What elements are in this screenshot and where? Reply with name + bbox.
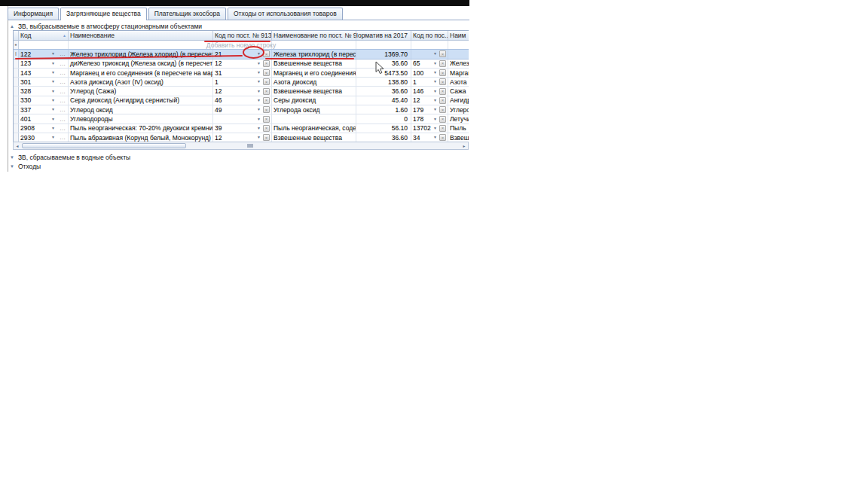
horizontal-scrollbar[interactable]: ◄ ► [13,142,469,150]
cell-name-r7[interactable]: Углеводороды [69,114,213,123]
ellipsis-button[interactable]: … [60,97,66,104]
dropdown-icon[interactable]: ▼ [432,52,438,56]
dropdown-icon[interactable]: ▼ [432,136,438,139]
dropdown-icon[interactable]: ▼ [256,71,261,75]
cell-name-r2[interactable]: Марганец и его соединения (в пересчете н… [69,69,213,77]
ellipsis-button[interactable]: … [60,125,66,132]
dropdown-icon[interactable]: ▼ [50,136,56,139]
clear-button[interactable]: × [439,125,446,132]
clear-button[interactable]: × [263,125,270,132]
cell-norm2017-r4[interactable]: 36.60 [356,87,411,95]
cell-name913-r6[interactable]: Углерода оксид [272,105,356,114]
column-header-norm2017[interactable]: Норматив на 2017 [356,31,411,40]
clear-button[interactable]: × [439,134,446,141]
cell-code913-r8[interactable]: 39▼× [213,124,272,133]
clear-button[interactable]: × [263,60,270,67]
cell-name913-r0[interactable]: Железа трихлорид (в пересч... [272,50,356,58]
cell-name913-r5[interactable]: Серы диоксид [272,96,356,105]
ellipsis-button[interactable]: … [60,116,66,123]
table-row-143[interactable]: 143▼…Марганец и его соединения (в пересч… [14,69,469,78]
ellipsis-button[interactable]: … [60,134,66,141]
scroll-left-icon[interactable]: ◄ [14,142,21,149]
cell-code2-r8[interactable]: 13702▼× [411,124,448,133]
cell-name2-r2[interactable]: Марган [448,69,469,77]
cell-code913-r6[interactable]: 49▼× [213,105,272,114]
cell-norm2017-r5[interactable]: 45.40 [356,96,411,105]
cell-norm2017-r8[interactable]: 56.10 [356,124,411,133]
cell-code2-r4[interactable]: 146▼× [411,87,448,95]
cell-name-new[interactable] [69,41,213,49]
expand-icon[interactable]: ▼ [10,164,14,169]
cell-name2-r0[interactable] [448,50,469,58]
scroll-right-icon[interactable]: ► [460,142,468,149]
tab-1[interactable]: Информация [8,8,59,20]
cell-code2-r3[interactable]: 1▼× [411,78,448,86]
cell-code2-r1[interactable]: 65▼× [411,59,448,68]
cell-code-r8[interactable]: 2908▼… [19,124,69,133]
table-row-2908[interactable]: 2908▼…Пыль неорганическая: 70-20% двуоки… [14,124,469,133]
cell-name913-new[interactable] [272,41,356,49]
clear-button[interactable]: × [263,106,270,113]
cell-code-r4[interactable]: 328▼… [19,87,69,95]
ellipsis-button[interactable]: … [60,106,66,113]
cell-norm2017-r6[interactable]: 1.60 [356,105,411,114]
dropdown-icon[interactable]: ▼ [432,108,438,111]
cell-code2-r9[interactable]: 34▼× [411,133,448,142]
cell-code-r3[interactable]: 301▼… [19,78,69,86]
tab-2[interactable]: Загрязняющие вещества [60,8,147,20]
dropdown-icon[interactable]: ▼ [50,90,56,93]
cell-name-r6[interactable]: Углерод оксид [69,105,213,114]
cell-code-r7[interactable]: 401▼… [19,114,69,123]
dropdown-icon[interactable]: ▼ [50,71,56,75]
dropdown-icon[interactable]: ▼ [50,117,56,121]
dropdown-icon[interactable]: ▼ [432,99,438,102]
cell-name2-r1[interactable]: Железо [448,59,469,68]
clear-button[interactable]: × [439,69,446,76]
cell-code-r9[interactable]: 2930▼… [19,133,69,142]
column-header-code2[interactable]: Код по пос... [411,31,448,40]
section-air-pollutants[interactable]: ▲ ЗВ, выбрасываемые в атмосферу стациона… [10,23,202,30]
column-header-name2[interactable]: Наим [448,31,469,40]
cell-name913-r3[interactable]: Азота диоксид [272,78,356,86]
column-header-code913[interactable]: Код по пост. № 913 [213,31,272,40]
cell-name913-r7[interactable] [272,114,356,123]
cell-code913-r1[interactable]: 12▼× [213,59,272,68]
cell-code913-r7[interactable]: ▼× [213,114,272,123]
expand-icon[interactable]: ▼ [10,155,14,160]
clear-button[interactable]: × [439,60,446,67]
sort-ascending-icon[interactable]: ▲ [63,34,66,38]
cell-code2-new[interactable] [411,41,448,49]
cell-code913-r4[interactable]: 12▼× [213,87,272,95]
cell-code2-r2[interactable]: 100▼× [411,69,448,77]
cell-name2-r8[interactable]: Пыль [448,124,469,133]
ellipsis-button[interactable]: … [60,69,66,76]
cell-name2-r9[interactable]: Взвеше [448,133,469,142]
cell-name-r4[interactable]: Углерод (Сажа) [69,87,213,95]
section-waste[interactable]: ▼ Отходы [10,163,41,170]
tab-3[interactable]: Плательщик экосбора [148,8,226,20]
clear-button[interactable]: × [263,134,270,141]
table-row-337[interactable]: 337▼…Углерод оксид49▼×Углерода оксид1.60… [14,105,469,114]
cell-name2-r4[interactable]: Сажа [448,87,469,95]
dropdown-icon[interactable]: ▼ [50,99,56,102]
clear-button[interactable]: × [263,88,270,95]
ellipsis-button[interactable]: … [60,78,66,85]
table-row-401[interactable]: 401▼…Углеводороды▼×0178▼×Летучи [14,114,469,124]
cell-code2-r0[interactable]: ▼× [411,50,448,58]
dropdown-icon[interactable]: ▼ [256,99,261,102]
clear-button[interactable]: × [439,116,446,123]
cell-name913-r1[interactable]: Взвешенные вещества [272,59,356,68]
cell-norm2017-r0[interactable]: 1369.70 [356,50,411,58]
clear-button[interactable]: × [439,88,446,95]
cell-name913-r9[interactable]: Взвешенные вещества [272,133,356,142]
cell-name2-r5[interactable]: Ангидр [448,96,469,105]
cell-code913-r9[interactable]: 12▼× [213,133,272,142]
dropdown-icon[interactable]: ▼ [50,127,56,130]
clear-button[interactable]: × [263,78,270,85]
dropdown-icon[interactable]: ▼ [256,108,261,111]
cell-code-r6[interactable]: 337▼… [19,105,69,114]
cell-name-r3[interactable]: Азота диоксид (Азот (IV) оксид) [69,78,213,86]
dropdown-icon[interactable]: ▼ [50,80,56,84]
dropdown-icon[interactable]: ▼ [432,127,438,130]
cell-norm2017-r3[interactable]: 138.80 [356,78,411,86]
